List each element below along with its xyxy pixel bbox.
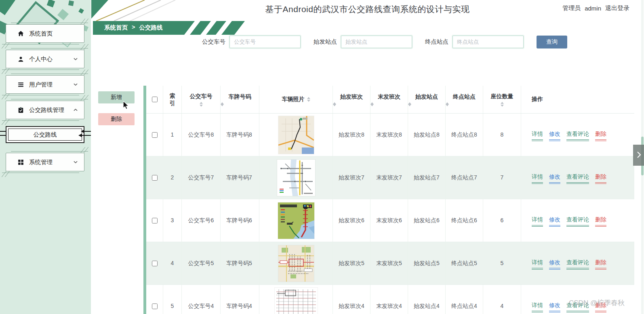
table-row: 4 公交车号5 车牌号码5 始发班次5 末发班次5 始发站点5 终点站点5 5 … [146,242,634,285]
col-last-shift[interactable]: 末发班次 [370,86,408,113]
sort-icon[interactable] [200,102,203,107]
bus-photo-bus-network-diagram[interactable] [275,288,318,314]
col-start-station[interactable]: 始发站点 [408,86,446,113]
col-photo[interactable]: 车辆照片 [259,86,333,113]
sort-icon[interactable] [215,102,265,106]
sidebar-item-home[interactable]: 系统首页 [6,24,84,43]
sidebar-subitem-bus-route[interactable]: 公交路线 [6,126,84,143]
row-checkbox[interactable] [152,261,158,266]
col-bus-no[interactable]: 公交车号 [182,86,221,113]
edit-link[interactable]: 修改 [549,130,560,140]
bus-photo-brt-network-map[interactable] [278,202,314,239]
end-station: 终点站点8 [446,131,483,139]
query-button[interactable]: 查询 [537,36,567,48]
detail-link[interactable]: 详情 [532,258,543,268]
first-shift: 始发班次4 [333,302,370,311]
bus-no: 公交车号6 [188,216,214,225]
view-comments-link[interactable]: 查看评论 [566,215,589,225]
bus-no: 公交车号7 [188,173,214,182]
view-comments-link[interactable]: 查看评论 [566,130,589,140]
col-end-station[interactable]: 终点站点 [446,86,483,113]
bus-photo-city-street-map[interactable] [278,245,314,282]
seats: 7 [501,173,504,182]
detail-link[interactable]: 详情 [532,215,543,225]
grid-icon [17,159,24,166]
corner-slash [2,171,11,177]
add-button[interactable]: 新增 [98,91,135,103]
end-station: 终点站点4 [446,302,483,311]
sidebar-item-bus-route-mgmt[interactable]: 公交路线管理 [6,101,84,119]
view-comments-link[interactable]: 查看评论 [566,301,589,311]
edit-link[interactable]: 修改 [549,301,560,311]
sidebar-item-profile[interactable]: 个人中心 [6,50,84,68]
table-header-row: 索引 公交车号 车牌号码 车辆照片 始发班次 末发班次 [146,86,634,114]
seats: 8 [501,131,504,139]
sort-icon[interactable] [501,102,504,107]
bus-photo-metro-line-map[interactable] [277,160,315,196]
user-area: 管理员 admin 退出登录 [562,4,629,12]
detail-link[interactable]: 详情 [532,130,543,140]
sort-icon[interactable] [307,97,310,102]
delete-link[interactable]: 删除 [595,215,606,225]
detail-link[interactable]: 详情 [532,301,543,311]
last-shift: 末发班次8 [370,131,408,139]
col-first-shift[interactable]: 始发班次 [333,86,370,113]
end-station-input[interactable] [452,36,524,48]
row-index: 4 [171,259,174,268]
screen: 系统首页 个人中心 [0,0,644,314]
bus-no: 公交车号8 [188,131,214,139]
chevron-down-icon [73,56,78,62]
sidebar-item-users[interactable]: 用户管理 [6,75,84,94]
expand-panel-button[interactable] [633,145,644,166]
end-station: 终点站点7 [446,173,483,182]
list-icon [17,81,24,88]
chevron-down-icon [73,159,78,165]
edit-link[interactable]: 修改 [549,173,560,183]
select-all-cell [146,86,163,113]
plate: 车牌号码6 [221,216,259,225]
view-comments-link[interactable]: 查看评论 [566,173,589,183]
start-station-input[interactable] [341,36,412,48]
col-seats[interactable]: 座位数量 [483,86,521,113]
sort-icon[interactable] [440,102,488,106]
corner-slash [2,42,11,48]
corner-slash [2,118,11,125]
row-checkbox[interactable] [152,303,158,309]
col-plate[interactable]: 车牌号码 [221,86,259,113]
col-label: 公交车号 [190,92,213,101]
end-station: 终点站点5 [446,259,483,268]
delete-link[interactable]: 删除 [595,301,606,311]
bus-photo-street-route-map[interactable] [278,116,314,154]
delete-button[interactable]: 删除 [98,113,135,125]
plate: 车牌号码4 [221,302,259,311]
sidebar-item-system-mgmt[interactable]: 系统管理 [6,153,84,171]
sidebar-item-label: 个人中心 [29,55,73,63]
breadcrumb-separator: > [132,24,135,32]
corner-slash [2,67,11,74]
view-comments-link[interactable]: 查看评论 [566,258,589,268]
select-all-checkbox[interactable] [152,97,158,102]
breadcrumb: 系统首页 > 公交路线 [104,24,162,32]
edit-link[interactable]: 修改 [549,258,560,268]
edit-link[interactable]: 修改 [549,215,560,225]
col-index: 索引 [163,86,182,113]
chevron-up-icon [73,107,78,113]
bus-number-input[interactable] [229,36,301,48]
chevron-right-icon [636,151,641,160]
delete-link[interactable]: 删除 [595,258,606,268]
user-icon [17,56,24,63]
col-label: 车牌号码 [221,93,259,101]
bus-number-label: 公交车号 [202,38,225,46]
delete-link[interactable]: 删除 [595,173,606,183]
row-checkbox[interactable] [152,175,158,181]
breadcrumb-home[interactable]: 系统首页 [104,24,128,32]
home-icon [17,30,24,37]
table-row: 2 公交车号7 车牌号码7 始发班次7 末发班次7 始发站点7 终点站点7 7 … [146,156,634,199]
logout-link[interactable]: 退出登录 [605,4,629,12]
row-checkbox[interactable] [152,132,158,138]
start-station: 始发站点4 [408,302,445,311]
row-checkbox[interactable] [152,218,158,223]
delete-link[interactable]: 删除 [595,130,606,140]
start-station: 始发站点7 [408,173,445,182]
detail-link[interactable]: 详情 [532,173,543,183]
